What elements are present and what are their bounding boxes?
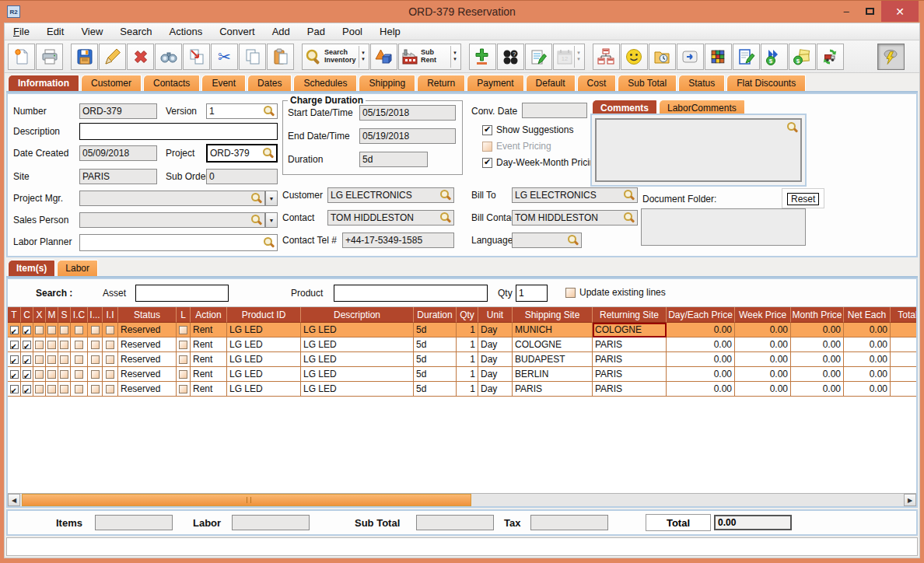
- cell-shipping-site[interactable]: COLOGNE: [513, 337, 593, 352]
- cube-blocks-button[interactable]: [705, 44, 732, 70]
- contact-field[interactable]: TOM HIDDLESTON: [327, 210, 454, 226]
- cell-net-each[interactable]: 0.00: [844, 352, 891, 367]
- tab-cost[interactable]: Cost: [577, 75, 617, 91]
- cell-duration[interactable]: 5d: [414, 337, 457, 352]
- cell-week-price[interactable]: 0.00: [735, 323, 791, 337]
- print-button[interactable]: [36, 44, 63, 70]
- bill-to-search-icon[interactable]: [623, 190, 635, 201]
- tab-schedules[interactable]: Schedules: [293, 75, 357, 91]
- cell-status[interactable]: Reserved: [118, 352, 177, 367]
- tab-customer[interactable]: Customer: [81, 75, 142, 91]
- cell-s[interactable]: [58, 352, 71, 367]
- menu-item-edit[interactable]: Edit: [38, 24, 72, 39]
- smiley-button[interactable]: [621, 44, 648, 70]
- row-checkbox-i[interactable]: [91, 341, 100, 349]
- cell-m[interactable]: [46, 367, 58, 382]
- dwm-pricing-checkbox[interactable]: Day-Week-Month Pricing: [482, 157, 600, 168]
- cell-x[interactable]: [33, 323, 46, 337]
- row-checkbox-t[interactable]: [10, 355, 19, 364]
- paste-button[interactable]: [267, 44, 294, 70]
- cell-net-each[interactable]: 0.00: [844, 323, 891, 337]
- version-field[interactable]: 1: [206, 103, 278, 119]
- billing-notes-button[interactable]: $: [789, 44, 816, 70]
- row-checkbox-m[interactable]: [47, 341, 56, 349]
- row-checkbox-x[interactable]: [35, 341, 44, 349]
- tab-default[interactable]: Default: [526, 75, 576, 91]
- cell-total[interactable]: [891, 323, 916, 337]
- contact-search-icon[interactable]: [439, 212, 451, 224]
- project-mgr-search-icon[interactable]: [250, 193, 262, 205]
- cell-qty[interactable]: 1: [457, 337, 478, 352]
- search-inventory-button[interactable]: Search Inventory ▼▼: [302, 44, 369, 70]
- menu-item-view[interactable]: View: [72, 24, 111, 39]
- cell-t[interactable]: [8, 323, 21, 337]
- menu-item-search[interactable]: Search: [111, 24, 160, 39]
- cell-shipping-site[interactable]: BUDAPEST: [513, 352, 593, 367]
- cell-unit[interactable]: Day: [478, 323, 513, 337]
- cell-day-each-price[interactable]: 0.00: [667, 382, 735, 397]
- minimize-button[interactable]: –: [835, 1, 858, 22]
- start-field[interactable]: 05/15/2018: [359, 105, 456, 121]
- cell-qty[interactable]: 1: [457, 323, 478, 337]
- cell-c[interactable]: [21, 323, 33, 337]
- cell-description[interactable]: LG LED: [301, 337, 414, 352]
- cell-l[interactable]: [177, 337, 191, 352]
- cell-month-price[interactable]: 0.00: [791, 367, 844, 382]
- column-header-x[interactable]: X: [33, 307, 46, 323]
- row-checkbox-c[interactable]: [23, 355, 31, 364]
- cell-x[interactable]: [33, 367, 46, 382]
- find-button[interactable]: [155, 44, 182, 70]
- row-checkbox-s[interactable]: [60, 385, 68, 393]
- row-checkbox-i[interactable]: [91, 370, 100, 379]
- product-input[interactable]: [334, 285, 488, 302]
- column-header-m[interactable]: M: [46, 307, 58, 323]
- cell-returning-site[interactable]: PARIS: [593, 382, 667, 397]
- history-folder-button[interactable]: [649, 44, 676, 70]
- menu-item-pad[interactable]: Pad: [299, 24, 334, 39]
- labor-planner-field[interactable]: [79, 234, 278, 251]
- row-checkbox-i[interactable]: [91, 355, 100, 364]
- cell-month-price[interactable]: 0.00: [791, 352, 844, 367]
- group-options-button[interactable]: ?: [497, 44, 524, 70]
- transfer-charges-button[interactable]: $: [761, 44, 788, 70]
- column-header-total[interactable]: Total: [891, 307, 916, 323]
- cell-total[interactable]: [891, 382, 916, 397]
- cell-product-id[interactable]: LG LED: [227, 352, 301, 367]
- sales-person-field[interactable]: [79, 212, 265, 228]
- row-checkbox-i-c[interactable]: [75, 341, 83, 349]
- menu-item-add[interactable]: Add: [264, 24, 299, 39]
- search-inventory-dropdown[interactable]: ▼▼: [359, 46, 367, 68]
- row-checkbox-m[interactable]: [47, 385, 56, 393]
- column-header-month-price[interactable]: Month Price: [791, 307, 844, 323]
- horizontal-scrollbar[interactable]: ◀ ▶: [8, 493, 916, 506]
- duration-field[interactable]: 5d: [359, 152, 428, 167]
- cell-unit[interactable]: Day: [478, 337, 513, 352]
- project-mgr-dropdown[interactable]: ▼: [265, 191, 278, 206]
- cell-qty[interactable]: 1: [457, 382, 478, 397]
- cell-c[interactable]: [21, 352, 33, 367]
- cell-action[interactable]: Rent: [191, 352, 227, 367]
- cell-qty[interactable]: 1: [457, 352, 478, 367]
- sales-person-dropdown[interactable]: ▼: [265, 212, 278, 228]
- cell-action[interactable]: Rent: [191, 323, 227, 337]
- cell-i[interactable]: [88, 382, 103, 397]
- project-mgr-field[interactable]: [79, 191, 265, 206]
- cell-day-each-price[interactable]: 0.00: [667, 323, 735, 337]
- column-header-day-each-price[interactable]: Day/Each Price: [667, 307, 735, 323]
- project-search-icon[interactable]: [262, 148, 274, 159]
- cell-action[interactable]: Rent: [191, 337, 227, 352]
- menu-item-actions[interactable]: Actions: [161, 24, 212, 39]
- cell-month-price[interactable]: 0.00: [791, 382, 844, 397]
- row-checkbox-c[interactable]: [23, 326, 31, 334]
- contact-tel-field[interactable]: +44-17-5349-1585: [342, 233, 454, 248]
- transfer-truck-button[interactable]: [817, 44, 844, 70]
- cell-returning-site[interactable]: COLOGNE: [593, 323, 667, 337]
- row-checkbox-i-c[interactable]: [75, 370, 83, 379]
- delete-button[interactable]: [127, 44, 154, 70]
- update-existing-checkbox[interactable]: Update existing lines: [565, 287, 666, 298]
- tab-shipping[interactable]: Shipping: [359, 75, 415, 91]
- row-checkbox-s[interactable]: [60, 326, 68, 334]
- cell-returning-site[interactable]: PARIS: [593, 367, 667, 382]
- table-row[interactable]: ReservedRentLG LEDLG LED5d1DayBERLINPARI…: [8, 367, 916, 382]
- version-search-icon[interactable]: [263, 106, 275, 117]
